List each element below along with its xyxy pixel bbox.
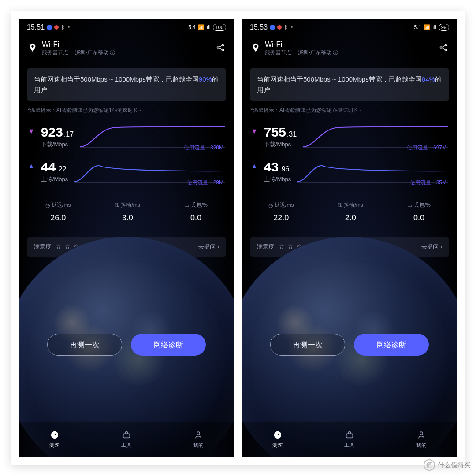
status-bar: 15:53 ᛒ ⌖ 5.1 📶 ıll 99 [242,19,457,34]
toolbox-icon [345,430,354,440]
nav-profile[interactable]: 我的 [385,422,457,457]
retest-button[interactable]: 再测一次 [47,334,122,356]
download-int: 755 [264,125,286,140]
svg-rect-4 [123,434,130,438]
upload-dec: .96 [279,165,289,173]
server-node[interactable]: 服务器节点： 深圳-广东移动 ⓘ [265,49,338,56]
svg-point-8 [445,49,446,51]
latency-value: 22.0 [268,213,294,223]
download-block: ▼ 923 .17 下载/Mbps 使用流量：320M [19,119,234,153]
status-net-speed: 5.4 [188,24,196,30]
download-usage: 320M [210,145,223,151]
metrics-row: ◷延迟/ms 22.0 ⇅抖动/ms 2.0 ▭丢包/% 0.0 [242,188,457,231]
download-label: 下载/Mbps [264,141,297,149]
nav-tools[interactable]: 工具 [314,422,386,457]
status-time: 15:53 [250,23,268,31]
jitter-value: 2.0 [338,213,363,223]
status-net-speed: 5.1 [414,24,421,30]
jitter-value: 3.0 [115,213,140,223]
location-icon: ⌖ [67,24,71,31]
retest-button[interactable]: 再测一次 [270,334,345,356]
feedback-link[interactable]: 去提问 › [421,243,442,251]
download-dec: .17 [64,130,74,138]
upload-dec: .22 [56,165,66,173]
status-time: 15:51 [27,23,45,31]
rating-label: 满意度 [257,243,274,251]
status-indicator-icon [47,25,52,30]
latency-value: 26.0 [45,213,71,223]
jitter-icon: ⇅ [338,202,342,208]
download-arrow-icon: ▼ [28,127,35,135]
loss-value: 0.0 [407,213,431,223]
diagnose-button[interactable]: 网络诊断 [131,334,206,356]
share-icon[interactable] [439,43,448,54]
nav-tools[interactable]: 工具 [91,422,163,457]
clock-icon: ◷ [268,202,273,208]
svg-point-11 [420,432,422,435]
download-label: 下载/Mbps [41,141,74,149]
star-icon[interactable] [287,244,294,250]
loss-value: 0.0 [184,213,208,223]
person-icon [193,430,203,440]
summary-banner: 当前网速相当于500Mbps ~ 1000Mbps带宽，已超越全国90%的用户! [27,68,226,101]
toolbox-icon [122,430,131,440]
download-dec: .31 [287,130,297,138]
download-arrow-icon: ▼ [251,127,258,135]
upload-usage: 29M [213,179,223,186]
nav-speedtest[interactable]: 测速 [19,422,91,457]
upload-usage: 35M [436,179,446,186]
percentile-value: 84% [422,75,435,83]
svg-point-2 [222,49,223,51]
location-icon: ⌖ [290,24,294,31]
status-record-icon [54,25,59,30]
percentile-value: 90% [199,75,212,83]
star-icon[interactable] [279,244,285,250]
status-record-icon [277,25,282,30]
wifi-icon: 📶 [198,24,205,30]
svg-point-1 [222,44,223,46]
connection-title: Wi-Fi [42,40,115,49]
loss-icon: ▭ [184,202,189,208]
gauge-icon [273,430,283,440]
signal-icon: ıll [207,24,211,30]
watermark-text: 什么值得买 [438,461,471,469]
nav-profile[interactable]: 我的 [162,422,234,457]
location-pin-icon [251,43,260,54]
battery-level: 99 [439,24,449,31]
jitter-icon: ⇅ [115,202,119,208]
diagnose-button[interactable]: 网络诊断 [354,334,429,356]
gauge-icon [50,430,60,440]
svg-rect-10 [346,434,353,438]
metrics-row: ◷延迟/ms 26.0 ⇅抖动/ms 3.0 ▭丢包/% 0.0 [19,188,234,231]
nav-speedtest[interactable]: 测速 [242,422,314,457]
loss-icon: ▭ [407,202,412,208]
comparison-frame: 15:51 ᛒ ⌖ 5.4 📶 ıll 100 Wi-Fi [11,11,465,465]
download-block: ▼ 755 .31 下载/Mbps 使用流量：697M [242,119,457,153]
upload-arrow-icon: ▲ [28,162,35,170]
upload-block: ▲ 44 .22 上传/Mbps 使用流量：29M [19,153,234,188]
star-icon[interactable] [64,244,71,250]
rating-label: 满意度 [34,243,51,251]
phone-screen: 15:51 ᛒ ⌖ 5.4 📶 ıll 100 Wi-Fi [19,19,234,457]
svg-point-5 [197,432,199,435]
phone-screen: 15:53 ᛒ ⌖ 5.1 📶 ıll 99 Wi-Fi [242,19,457,457]
server-node[interactable]: 服务器节点： 深圳-广东移动 ⓘ [42,49,115,56]
download-usage: 697M [433,145,446,151]
bottom-nav: 测速 工具 我的 [242,422,457,457]
bluetooth-icon: ᛒ [61,24,65,31]
status-bar: 15:51 ᛒ ⌖ 5.4 📶 ıll 100 [19,19,234,34]
person-icon [416,430,426,440]
svg-point-0 [217,46,219,48]
battery-level: 100 [213,24,226,31]
location-pin-icon [28,43,37,54]
share-icon[interactable] [216,43,225,54]
upload-int: 43 [264,160,279,175]
signal-icon: ıll [432,24,436,30]
feedback-link[interactable]: 去提问 › [198,243,219,251]
upload-block: ▲ 43 .96 上传/Mbps 使用流量：35M [242,153,457,188]
wifi-icon: 📶 [424,24,430,30]
upload-int: 44 [41,160,56,175]
status-indicator-icon [270,25,275,30]
star-icon[interactable] [56,244,62,250]
bluetooth-icon: ᛒ [284,24,288,31]
